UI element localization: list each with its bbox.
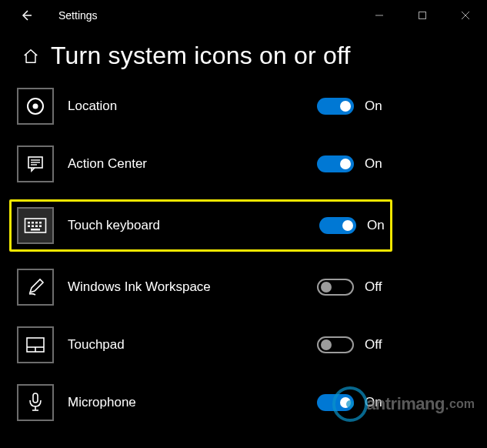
label-windows-ink: Windows Ink Workspace <box>68 279 211 295</box>
svg-rect-16 <box>28 226 30 228</box>
titlebar: Settings <box>0 0 487 31</box>
toggle-touchpad[interactable] <box>317 336 354 353</box>
svg-rect-24 <box>33 393 38 403</box>
svg-rect-14 <box>35 222 38 224</box>
location-icon <box>17 88 54 125</box>
keyboard-icon <box>17 207 54 244</box>
label-touch-keyboard: Touch keyboard <box>68 218 160 233</box>
maximize-icon <box>418 11 427 20</box>
home-icon[interactable] <box>20 45 42 67</box>
window-title: Settings <box>58 9 98 22</box>
toggle-state-action-center: On <box>365 156 382 172</box>
touchpad-icon <box>17 326 54 363</box>
toggle-location[interactable] <box>317 98 354 115</box>
close-button[interactable] <box>444 0 487 31</box>
toggle-wrap-location: On <box>317 98 382 115</box>
label-touchpad: Touchpad <box>68 337 125 353</box>
row-touchpad: Touchpad Off <box>17 323 487 367</box>
svg-rect-18 <box>35 226 38 228</box>
page-title: Turn system icons on or off <box>51 42 351 70</box>
toggle-wrap-action-center: On <box>317 155 382 172</box>
window-controls <box>358 0 487 31</box>
label-location: Location <box>68 99 117 114</box>
toggle-windows-ink[interactable] <box>317 279 354 296</box>
toggle-state-location: On <box>365 99 382 114</box>
svg-rect-2 <box>419 12 426 19</box>
svg-rect-19 <box>39 226 42 228</box>
toggle-microphone[interactable] <box>317 394 354 411</box>
row-microphone: Microphone On <box>17 380 487 425</box>
svg-rect-15 <box>39 222 42 224</box>
toggle-wrap-microphone: On <box>317 394 382 411</box>
svg-point-6 <box>33 104 38 109</box>
row-action-center: Action Center On <box>17 142 487 186</box>
back-arrow-icon <box>19 8 33 22</box>
toggle-state-microphone: On <box>365 395 382 410</box>
minimize-icon <box>375 11 384 20</box>
svg-rect-12 <box>28 222 30 224</box>
row-location: Location On <box>17 84 487 129</box>
toggle-wrap-touchpad: Off <box>317 336 382 353</box>
row-windows-ink: Windows Ink Workspace Off <box>17 265 487 309</box>
pen-icon <box>17 269 54 306</box>
microphone-icon <box>17 384 54 421</box>
settings-list: Location On Action Center On <box>0 84 487 425</box>
toggle-state-touch-keyboard: On <box>367 218 385 233</box>
action-center-icon <box>17 145 54 182</box>
label-microphone: Microphone <box>68 395 136 410</box>
svg-rect-20 <box>31 229 40 231</box>
svg-rect-13 <box>32 222 34 224</box>
svg-rect-17 <box>32 226 34 228</box>
page-header: Turn system icons on or off <box>0 31 487 84</box>
row-touch-keyboard: Touch keyboard On <box>9 199 392 252</box>
label-action-center: Action Center <box>68 156 147 172</box>
toggle-action-center[interactable] <box>317 155 354 172</box>
close-icon <box>461 11 470 20</box>
toggle-touch-keyboard[interactable] <box>319 217 356 234</box>
toggle-wrap-touch-keyboard: On <box>319 217 385 234</box>
back-button[interactable] <box>17 6 35 25</box>
toggle-state-windows-ink: Off <box>365 279 382 295</box>
minimize-button[interactable] <box>358 0 401 31</box>
toggle-state-touchpad: Off <box>365 337 382 353</box>
toggle-wrap-windows-ink: Off <box>317 279 382 296</box>
maximize-button[interactable] <box>401 0 444 31</box>
